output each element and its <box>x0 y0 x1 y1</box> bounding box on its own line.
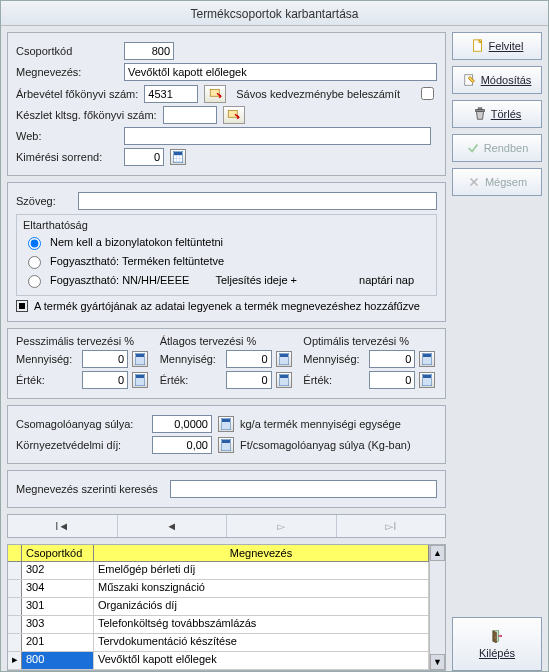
szoveg-input[interactable] <box>78 192 437 210</box>
calc-icon[interactable] <box>276 372 292 388</box>
korny-input[interactable] <box>152 436 212 454</box>
radio-fogy2-label: Fogyasztható: NN/HH/EEEE <box>50 274 189 286</box>
eltart-fieldset: Eltarthatóság Nem kell a bizonylatokon f… <box>16 214 437 296</box>
table-row[interactable]: 303Telefonköltség továbbszámlázás <box>8 616 429 634</box>
megsem-button: Mégsem <box>452 168 542 196</box>
table-row[interactable]: 201Tervdokumentáció készítése <box>8 634 429 652</box>
packaging-panel: Csomagolóanyag súlya: kg/a termék mennyi… <box>7 405 446 464</box>
trash-icon <box>473 107 487 121</box>
opt-e-label: Érték: <box>303 374 365 386</box>
keszlet-lookup-button[interactable] <box>223 106 245 124</box>
nav-prev[interactable]: ◄ <box>118 515 228 537</box>
grid-col-code[interactable]: Csoportkód <box>22 545 94 561</box>
stop-icon <box>16 300 28 312</box>
opt-m-label: Mennyiség: <box>303 353 365 365</box>
table-row[interactable]: ▸800Vevőktől kapott előlegek <box>8 652 429 670</box>
korny-label: Környezetvédelmi díj: <box>16 439 146 451</box>
radio-nemkell-label: Nem kell a bizonylatokon feltüntetni <box>50 236 223 248</box>
form-panel: Csoportkód Megnevezés: Árbevétel főkönyv… <box>7 32 446 176</box>
svg-rect-0 <box>210 89 219 96</box>
cell-code: 800 <box>22 652 94 669</box>
calc-icon[interactable] <box>276 351 292 367</box>
calc-icon[interactable] <box>218 416 234 432</box>
opt-e-input[interactable] <box>369 371 415 389</box>
pessz-e-input[interactable] <box>82 371 128 389</box>
table-row[interactable]: 304Műszaki konszignáció <box>8 580 429 598</box>
svg-rect-17 <box>280 375 288 378</box>
keszlet-input[interactable] <box>163 106 217 124</box>
modositas-label: Módosítás <box>481 74 532 86</box>
felvitel-button[interactable]: Felvitel <box>452 32 542 60</box>
kimeresi-input[interactable] <box>124 148 164 166</box>
cancel-icon <box>467 175 481 189</box>
radio-fogy2[interactable] <box>28 275 41 288</box>
exit-icon <box>490 629 504 643</box>
svg-rect-23 <box>222 419 230 422</box>
calc-icon[interactable] <box>132 351 148 367</box>
svg-rect-5 <box>177 156 179 158</box>
grid-corner <box>8 545 22 561</box>
modositas-button[interactable]: Módosítás <box>452 66 542 94</box>
atlag-m-input[interactable] <box>226 350 272 368</box>
rendben-button: Rendben <box>452 134 542 162</box>
radio-fogy1-label: Fogyasztható: Terméken feltüntetve <box>50 255 224 267</box>
svg-rect-13 <box>136 375 144 378</box>
opt-m-input[interactable] <box>369 350 415 368</box>
gyarto-label: A termék gyártójának az adatai legyenek … <box>34 300 420 312</box>
kilepes-button[interactable]: Kilépés <box>452 617 542 671</box>
web-label: Web: <box>16 130 118 142</box>
pessz-m-input[interactable] <box>82 350 128 368</box>
cell-code: 301 <box>22 598 94 615</box>
kereses-input[interactable] <box>170 480 437 498</box>
megsem-label: Mégsem <box>485 176 527 188</box>
torles-button[interactable]: Törlés <box>452 100 542 128</box>
felvitel-label: Felvitel <box>489 40 524 52</box>
kimeresi-label: Kimérési sorrend: <box>16 151 118 163</box>
scroll-up-icon[interactable]: ▲ <box>430 545 445 561</box>
svg-rect-25 <box>222 440 230 443</box>
calc-icon[interactable] <box>218 437 234 453</box>
gyarto-check-row[interactable]: A termék gyártójának az adatai legyenek … <box>16 300 437 312</box>
grid: Csoportkód Megnevezés 302Emelőgép bérlet… <box>7 544 446 671</box>
opt-title: Optimális tervezési % <box>303 335 437 347</box>
plan-panel: Pesszimális tervezési % Mennyiség: Érték… <box>7 328 446 399</box>
navigator: I◄ ◄ ▻ ▻I <box>7 514 446 538</box>
arbevetel-input[interactable] <box>144 85 198 103</box>
cell-name: Telefonköltség továbbszámlázás <box>94 616 429 633</box>
csomag-input[interactable] <box>152 415 212 433</box>
megnevezes-input[interactable] <box>124 63 437 81</box>
csoportkod-input[interactable] <box>124 42 174 60</box>
arbevetel-label: Árbevétel főkönyvi szám: <box>16 88 138 100</box>
svg-rect-11 <box>136 354 144 357</box>
radio-fogy1[interactable]: Fogyasztható: Terméken feltüntetve <box>23 253 430 269</box>
megnevezes-label: Megnevezés: <box>16 66 118 78</box>
kimeresi-calc-icon[interactable] <box>170 149 186 165</box>
nav-first[interactable]: I◄ <box>8 515 118 537</box>
scroll-down-icon[interactable]: ▼ <box>430 654 445 670</box>
csomag-unit-label: kg/a termék mennyiségi egysége <box>240 418 401 430</box>
table-row[interactable]: 302Emelőgép bérleti díj <box>8 562 429 580</box>
nav-last[interactable]: ▻I <box>337 515 446 537</box>
savos-checkbox[interactable] <box>421 87 434 100</box>
svg-rect-8 <box>177 159 179 161</box>
table-row[interactable]: 301Organizációs díj <box>8 598 429 616</box>
atlag-e-input[interactable] <box>226 371 272 389</box>
radio-nemkell[interactable]: Nem kell a bizonylatokon feltüntetni <box>23 234 430 250</box>
cell-code: 304 <box>22 580 94 597</box>
keszlet-label: Készlet kltsg. főkönyvi szám: <box>16 109 157 121</box>
arbevetel-lookup-button[interactable] <box>204 85 226 103</box>
svg-rect-15 <box>280 354 288 357</box>
scrollbar[interactable]: ▲ ▼ <box>429 545 445 670</box>
calc-icon[interactable] <box>132 372 148 388</box>
csoportkod-label: Csoportkód <box>16 45 118 57</box>
calc-icon[interactable] <box>419 351 435 367</box>
calc-icon[interactable] <box>419 372 435 388</box>
svg-rect-19 <box>423 354 431 357</box>
web-input[interactable] <box>124 127 431 145</box>
svg-point-31 <box>495 637 496 638</box>
atlag-m-label: Mennyiség: <box>160 353 222 365</box>
cell-code: 302 <box>22 562 94 579</box>
cell-code: 201 <box>22 634 94 651</box>
nav-next[interactable]: ▻ <box>227 515 337 537</box>
grid-col-name[interactable]: Megnevezés <box>94 545 429 561</box>
